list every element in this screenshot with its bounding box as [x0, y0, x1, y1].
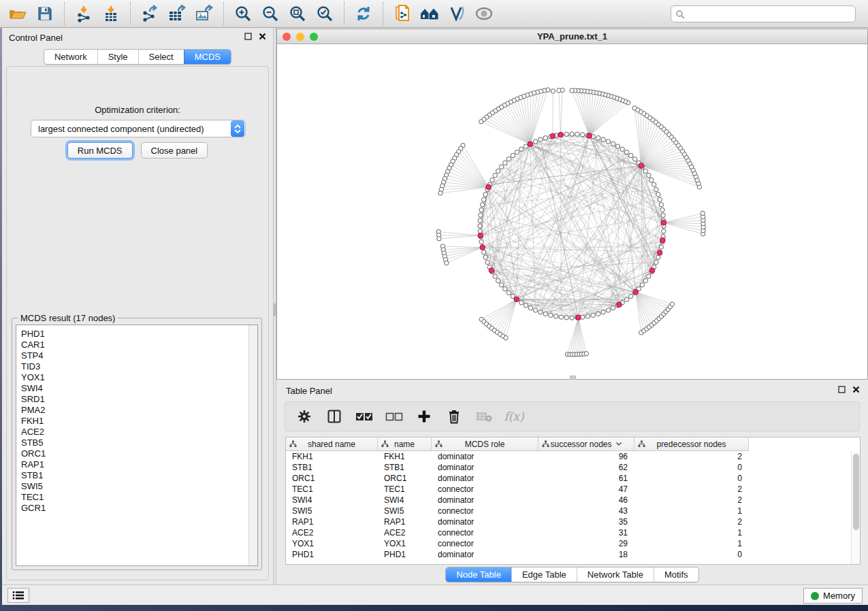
table-cell: ACE2: [378, 527, 432, 538]
mcds-result-item[interactable]: PMA2: [16, 405, 257, 416]
network-canvas[interactable]: [277, 44, 867, 379]
column-header-successor-nodes[interactable]: successor nodes: [539, 437, 634, 451]
column-header-name[interactable]: name: [378, 437, 432, 451]
table-row[interactable]: TEC1TEC1connector472: [286, 484, 860, 495]
column-header-MCDS-role[interactable]: MCDS role: [432, 437, 539, 451]
refresh-button[interactable]: [350, 2, 377, 25]
zoom-selected-button[interactable]: [311, 2, 338, 25]
tab-select[interactable]: Select: [138, 50, 184, 64]
mcds-result-item[interactable]: SRD1: [16, 394, 257, 405]
mcds-result-item[interactable]: RAP1: [16, 459, 257, 470]
tab-style[interactable]: Style: [97, 50, 138, 64]
toolbar-separator: [130, 2, 131, 25]
export-table-button[interactable]: [163, 2, 191, 25]
table-row[interactable]: YOX1YOX1connector291: [286, 538, 860, 549]
table-panel-title: Table Panel: [286, 386, 332, 396]
zoom-in-icon: [234, 5, 252, 22]
search-input[interactable]: [685, 7, 855, 21]
splitter-grip[interactable]: [274, 303, 276, 316]
table-cell: 1: [634, 538, 749, 549]
show-hide-panel-button[interactable]: [470, 2, 498, 25]
import-network-button[interactable]: [70, 2, 97, 25]
table-row[interactable]: FKH1FKH1dominator962: [286, 451, 860, 462]
tab-network[interactable]: Network: [44, 50, 97, 64]
optimization-criterion-select[interactable]: largest connected component (undirected): [31, 120, 246, 137]
mcds-result-item[interactable]: STB5: [16, 437, 257, 448]
float-table-panel-icon[interactable]: [838, 386, 846, 393]
run-mcds-button[interactable]: Run MCDS: [67, 142, 133, 159]
create-column-button[interactable]: [415, 406, 434, 427]
search-field[interactable]: [671, 5, 856, 22]
toggle-graphics-details-button[interactable]: [443, 2, 470, 25]
mcds-result-item[interactable]: SWI5: [16, 481, 257, 492]
table-row[interactable]: STB1STB1dominator620: [286, 462, 860, 473]
gear-icon: [297, 409, 312, 424]
network-window-titlebar[interactable]: YPA_prune.txt_1: [277, 29, 867, 44]
table-row[interactable]: ORC1ORC1dominator610: [286, 473, 860, 484]
table-row[interactable]: SWI4SWI4dominator462: [286, 495, 860, 506]
zoom-fit-button[interactable]: [284, 2, 311, 25]
table-row[interactable]: PHD1PHD1dominator180: [286, 549, 860, 560]
tab-mcds[interactable]: MCDS: [184, 50, 231, 64]
column-type-icon: [381, 440, 389, 448]
select-all-button[interactable]: [355, 406, 374, 427]
column-type-icon: [542, 440, 549, 448]
export-image-button[interactable]: [191, 2, 218, 25]
tab-motifs[interactable]: Motifs: [654, 567, 698, 582]
zoom-out-button[interactable]: [257, 2, 284, 25]
mcds-result-item[interactable]: PHD1: [16, 329, 257, 340]
function-builder-button[interactable]: f(x): [504, 406, 524, 427]
export-network-icon: [140, 5, 159, 22]
mcds-result-item[interactable]: GCR1: [16, 503, 257, 514]
mcds-result-item[interactable]: CAR1: [16, 340, 257, 350]
toolbar-separator: [383, 2, 383, 25]
network-manager-button[interactable]: [416, 2, 443, 25]
table-settings-button[interactable]: [295, 406, 314, 427]
delete-table-icon: [476, 410, 492, 423]
mcds-result-item[interactable]: TID3: [16, 361, 257, 372]
tab-edge-table[interactable]: Edge Table: [511, 567, 577, 582]
mcds-result-item[interactable]: STB1: [16, 470, 257, 481]
close-panel-icon[interactable]: [259, 33, 266, 40]
main-area: Control Panel NetworkStyleSelectMCDS Opt…: [2, 28, 868, 584]
table-scrollbar-thumb[interactable]: [853, 454, 859, 530]
mcds-list-scrollbar[interactable]: [248, 325, 257, 565]
mcds-result-item[interactable]: STP4: [16, 350, 257, 361]
export-network-button[interactable]: [136, 2, 163, 25]
save-session-button[interactable]: [31, 2, 59, 25]
tab-node-table[interactable]: Node Table: [446, 567, 511, 582]
mcds-result-item[interactable]: ACE2: [16, 427, 257, 437]
tab-network-table[interactable]: Network Table: [577, 567, 654, 582]
table-row[interactable]: SWI5SWI5connector431: [286, 506, 860, 516]
mcds-result-list[interactable]: PHD1CAR1STP4TID3YOX1SWI4SRD1PMA2FKH1ACE2…: [16, 325, 258, 566]
mcds-result-item[interactable]: SWI4: [16, 383, 257, 394]
column-header-predecessor-nodes[interactable]: predecessor nodes: [634, 437, 749, 451]
float-panel-icon[interactable]: [244, 33, 252, 40]
task-history-button[interactable]: [7, 588, 29, 603]
table-row[interactable]: ACE2ACE2connector311: [286, 527, 860, 538]
mcds-result-item[interactable]: FKH1: [16, 416, 257, 427]
close-panel-button[interactable]: Close panel: [141, 142, 208, 159]
table-cell: dominator: [432, 462, 539, 473]
mcds-result-item[interactable]: ORC1: [16, 448, 257, 459]
import-table-icon: [102, 5, 120, 22]
delete-columns-button[interactable]: [445, 406, 464, 427]
mcds-result-item[interactable]: TEC1: [16, 492, 257, 503]
open-file-button[interactable]: [4, 2, 31, 25]
mcds-result-item[interactable]: YOX1: [16, 372, 257, 383]
column-type-icon: [638, 440, 645, 448]
table-cell: dominator: [432, 473, 539, 484]
show-columns-button[interactable]: [325, 406, 344, 427]
memory-button[interactable]: Memory: [803, 588, 863, 604]
share-document-button[interactable]: [389, 2, 416, 25]
network-graph[interactable]: [277, 44, 867, 379]
table-scrollbar[interactable]: [851, 451, 860, 564]
delete-table-button[interactable]: [475, 406, 494, 427]
zoom-in-button[interactable]: [229, 2, 257, 25]
table-row[interactable]: RAP1RAP1dominator352: [286, 516, 860, 527]
column-header-shared-name[interactable]: shared name: [286, 437, 378, 451]
import-table-button[interactable]: [97, 2, 125, 25]
close-table-panel-icon[interactable]: [852, 386, 860, 393]
control-panel-titlebar: Control Panel: [2, 28, 273, 47]
deselect-all-button[interactable]: [385, 406, 404, 427]
